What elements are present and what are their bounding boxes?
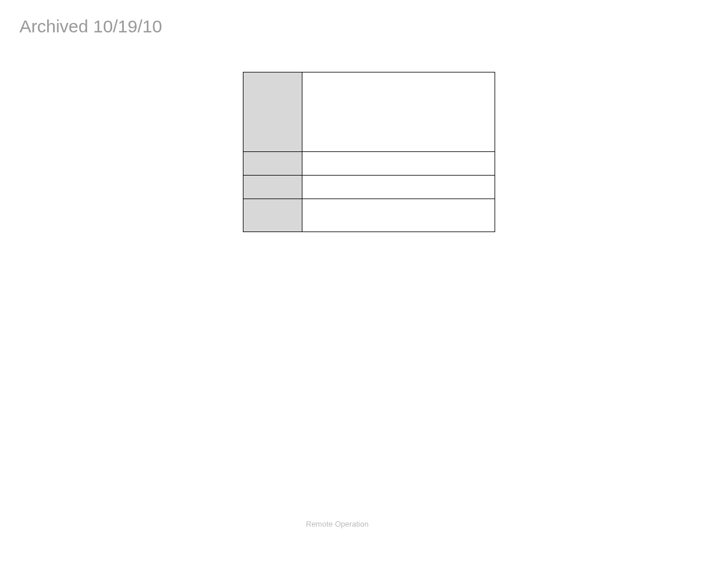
table-value-cell: [302, 199, 495, 232]
table-value-cell: [302, 152, 495, 176]
table-row: [243, 152, 495, 176]
data-table: [243, 72, 495, 232]
table-label-cell: [243, 199, 302, 232]
table-value-cell: [302, 72, 495, 152]
table-row: [243, 176, 495, 199]
table-label-cell: [243, 176, 302, 199]
table-row: [243, 72, 495, 152]
data-table-container: [243, 72, 495, 232]
table-label-cell: [243, 152, 302, 176]
table-value-cell: [302, 176, 495, 199]
footer-section-label: Remote Operation: [306, 520, 368, 528]
table-label-cell: [243, 72, 302, 152]
archived-watermark: Archived 10/19/10: [19, 16, 162, 37]
table-row: [243, 199, 495, 232]
